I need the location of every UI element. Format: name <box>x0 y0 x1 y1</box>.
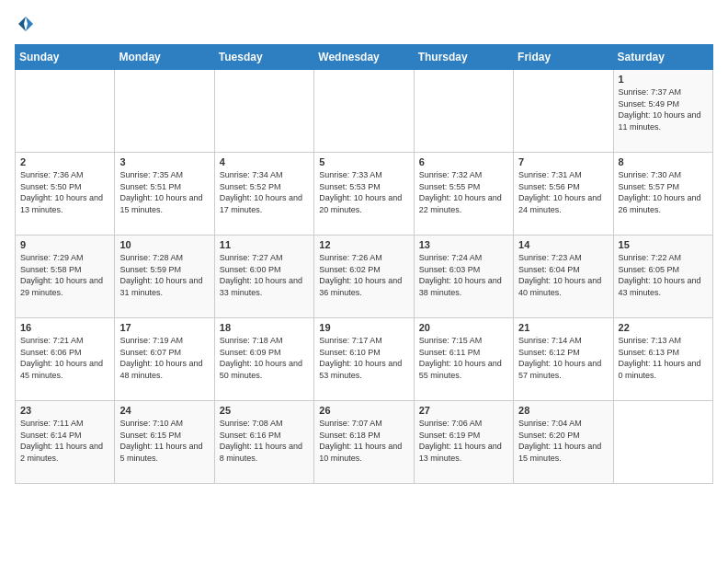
day-number: 23 <box>20 405 109 416</box>
day-number: 18 <box>220 322 309 333</box>
day-info: Sunrise: 7:13 AM Sunset: 6:13 PM Dayligh… <box>619 336 701 380</box>
day-number: 25 <box>220 405 309 416</box>
day-info: Sunrise: 7:29 AM Sunset: 5:58 PM Dayligh… <box>20 253 103 297</box>
day-info: Sunrise: 7:18 AM Sunset: 6:09 PM Dayligh… <box>220 336 302 380</box>
day-of-week-friday: Friday <box>514 45 613 70</box>
day-info: Sunrise: 7:07 AM Sunset: 6:18 PM Dayligh… <box>319 419 402 463</box>
calendar-cell: 28Sunrise: 7:04 AM Sunset: 6:20 PM Dayli… <box>514 401 613 484</box>
calendar-cell: 17Sunrise: 7:19 AM Sunset: 6:07 PM Dayli… <box>115 318 214 401</box>
calendar-cell: 22Sunrise: 7:13 AM Sunset: 6:13 PM Dayli… <box>613 318 712 401</box>
page-header <box>15 15 713 33</box>
calendar-cell: 7Sunrise: 7:31 AM Sunset: 5:56 PM Daylig… <box>514 153 613 236</box>
calendar-cell: 6Sunrise: 7:32 AM Sunset: 5:55 PM Daylig… <box>414 153 513 236</box>
day-number: 15 <box>619 239 708 250</box>
day-number: 12 <box>319 239 408 250</box>
logo-icon <box>17 15 35 33</box>
day-number: 13 <box>419 239 508 250</box>
day-info: Sunrise: 7:35 AM Sunset: 5:51 PM Dayligh… <box>119 170 202 214</box>
day-number: 6 <box>419 156 508 167</box>
day-number: 28 <box>518 405 608 416</box>
day-info: Sunrise: 7:04 AM Sunset: 6:20 PM Dayligh… <box>518 419 601 463</box>
day-number: 1 <box>619 74 708 85</box>
day-info: Sunrise: 7:31 AM Sunset: 5:56 PM Dayligh… <box>518 170 601 214</box>
day-info: Sunrise: 7:11 AM Sunset: 6:14 PM Dayligh… <box>20 419 103 463</box>
logo <box>15 15 37 33</box>
day-info: Sunrise: 7:21 AM Sunset: 6:06 PM Dayligh… <box>20 336 103 380</box>
calendar-cell: 14Sunrise: 7:23 AM Sunset: 6:04 PM Dayli… <box>514 236 613 318</box>
day-info: Sunrise: 7:19 AM Sunset: 6:07 PM Dayligh… <box>119 336 202 380</box>
svg-marker-0 <box>26 17 33 31</box>
day-number: 3 <box>119 156 209 167</box>
day-number: 19 <box>319 322 408 333</box>
day-info: Sunrise: 7:30 AM Sunset: 5:57 PM Dayligh… <box>619 170 701 214</box>
calendar-cell: 24Sunrise: 7:10 AM Sunset: 6:15 PM Dayli… <box>115 401 214 484</box>
day-of-week-saturday: Saturday <box>613 45 712 70</box>
calendar-cell: 9Sunrise: 7:29 AM Sunset: 5:58 PM Daylig… <box>16 236 115 318</box>
day-number: 7 <box>518 156 608 167</box>
day-number: 16 <box>20 322 109 333</box>
calendar-cell <box>514 70 613 153</box>
day-number: 2 <box>20 156 109 167</box>
calendar-cell: 19Sunrise: 7:17 AM Sunset: 6:10 PM Dayli… <box>314 318 414 401</box>
day-of-week-monday: Monday <box>115 45 214 70</box>
calendar-cell: 2Sunrise: 7:36 AM Sunset: 5:50 PM Daylig… <box>16 153 115 236</box>
calendar-cell <box>115 70 214 153</box>
calendar-cell: 21Sunrise: 7:14 AM Sunset: 6:12 PM Dayli… <box>514 318 613 401</box>
day-info: Sunrise: 7:22 AM Sunset: 6:05 PM Dayligh… <box>619 253 701 297</box>
day-info: Sunrise: 7:10 AM Sunset: 6:15 PM Dayligh… <box>119 419 202 463</box>
day-number: 20 <box>419 322 508 333</box>
calendar-cell: 10Sunrise: 7:28 AM Sunset: 5:59 PM Dayli… <box>115 236 214 318</box>
calendar-cell: 16Sunrise: 7:21 AM Sunset: 6:06 PM Dayli… <box>16 318 115 401</box>
calendar-cell: 20Sunrise: 7:15 AM Sunset: 6:11 PM Dayli… <box>414 318 513 401</box>
calendar-cell: 23Sunrise: 7:11 AM Sunset: 6:14 PM Dayli… <box>16 401 115 484</box>
calendar-cell: 26Sunrise: 7:07 AM Sunset: 6:18 PM Dayli… <box>314 401 414 484</box>
calendar-cell: 1Sunrise: 7:37 AM Sunset: 5:49 PM Daylig… <box>613 70 712 153</box>
calendar-cell: 12Sunrise: 7:26 AM Sunset: 6:02 PM Dayli… <box>314 236 414 318</box>
day-number: 21 <box>518 322 608 333</box>
day-info: Sunrise: 7:08 AM Sunset: 6:16 PM Dayligh… <box>220 419 302 463</box>
calendar-cell <box>16 70 115 153</box>
day-number: 4 <box>220 156 309 167</box>
calendar-cell: 11Sunrise: 7:27 AM Sunset: 6:00 PM Dayli… <box>214 236 313 318</box>
calendar-cell: 13Sunrise: 7:24 AM Sunset: 6:03 PM Dayli… <box>414 236 513 318</box>
svg-marker-1 <box>18 17 26 31</box>
day-number: 9 <box>20 239 109 250</box>
day-info: Sunrise: 7:26 AM Sunset: 6:02 PM Dayligh… <box>319 253 402 297</box>
calendar-cell: 5Sunrise: 7:33 AM Sunset: 5:53 PM Daylig… <box>314 153 414 236</box>
calendar-cell: 15Sunrise: 7:22 AM Sunset: 6:05 PM Dayli… <box>613 236 712 318</box>
day-number: 8 <box>619 156 708 167</box>
day-info: Sunrise: 7:24 AM Sunset: 6:03 PM Dayligh… <box>419 253 502 297</box>
day-info: Sunrise: 7:28 AM Sunset: 5:59 PM Dayligh… <box>119 253 202 297</box>
day-info: Sunrise: 7:23 AM Sunset: 6:04 PM Dayligh… <box>518 253 601 297</box>
calendar-cell <box>613 401 712 484</box>
day-info: Sunrise: 7:27 AM Sunset: 6:00 PM Dayligh… <box>220 253 302 297</box>
day-number: 10 <box>119 239 209 250</box>
calendar-cell: 3Sunrise: 7:35 AM Sunset: 5:51 PM Daylig… <box>115 153 214 236</box>
day-info: Sunrise: 7:37 AM Sunset: 5:49 PM Dayligh… <box>619 87 701 132</box>
calendar-cell <box>214 70 313 153</box>
day-number: 11 <box>220 239 309 250</box>
day-number: 26 <box>319 405 408 416</box>
calendar-cell <box>414 70 513 153</box>
day-info: Sunrise: 7:17 AM Sunset: 6:10 PM Dayligh… <box>319 336 402 380</box>
day-number: 24 <box>119 405 209 416</box>
day-info: Sunrise: 7:14 AM Sunset: 6:12 PM Dayligh… <box>518 336 601 380</box>
day-info: Sunrise: 7:34 AM Sunset: 5:52 PM Dayligh… <box>220 170 302 214</box>
day-info: Sunrise: 7:15 AM Sunset: 6:11 PM Dayligh… <box>419 336 502 380</box>
day-info: Sunrise: 7:32 AM Sunset: 5:55 PM Dayligh… <box>419 170 502 214</box>
day-of-week-wednesday: Wednesday <box>314 45 414 70</box>
calendar-cell: 27Sunrise: 7:06 AM Sunset: 6:19 PM Dayli… <box>414 401 513 484</box>
day-of-week-tuesday: Tuesday <box>214 45 313 70</box>
calendar-cell: 18Sunrise: 7:18 AM Sunset: 6:09 PM Dayli… <box>214 318 313 401</box>
day-info: Sunrise: 7:36 AM Sunset: 5:50 PM Dayligh… <box>20 170 103 214</box>
day-number: 14 <box>518 239 608 250</box>
day-of-week-sunday: Sunday <box>16 45 115 70</box>
day-number: 17 <box>119 322 209 333</box>
day-of-week-thursday: Thursday <box>414 45 513 70</box>
day-info: Sunrise: 7:06 AM Sunset: 6:19 PM Dayligh… <box>419 419 502 463</box>
day-number: 27 <box>419 405 508 416</box>
calendar-cell: 8Sunrise: 7:30 AM Sunset: 5:57 PM Daylig… <box>613 153 712 236</box>
day-number: 5 <box>319 156 408 167</box>
day-number: 22 <box>619 322 708 333</box>
calendar-table: SundayMondayTuesdayWednesdayThursdayFrid… <box>15 44 713 484</box>
